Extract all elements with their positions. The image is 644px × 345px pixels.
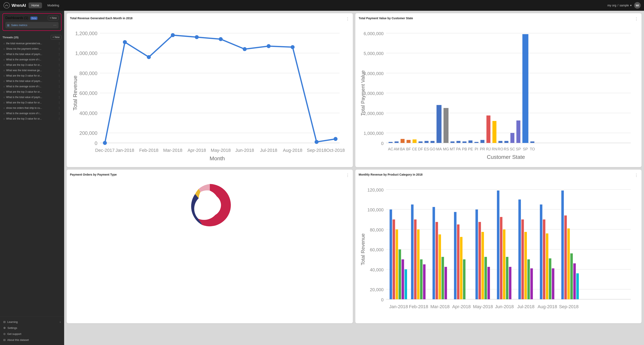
thread-item[interactable]: ○ What are the top 3 value for or... ⋮ xyxy=(2,89,62,94)
svg-text:GO: GO xyxy=(430,147,436,151)
svg-text:Jun-2018: Jun-2018 xyxy=(235,148,254,153)
svg-rect-159 xyxy=(564,215,567,299)
sales-metrics-item[interactable]: ⊞ Sales metrics ⋯ xyxy=(6,22,58,28)
thread-item[interactable]: ○ Show me the payment orders ... ⋮ xyxy=(2,46,62,51)
svg-rect-60 xyxy=(424,141,428,143)
svg-text:PI: PI xyxy=(475,147,478,151)
thread-menu-button[interactable]: ⋮ xyxy=(58,63,61,67)
chart-title-state: Total Payment Value by Customer State xyxy=(359,16,413,20)
thread-menu-button[interactable]: ⋮ xyxy=(58,117,61,120)
chart-menu-donut[interactable]: ⋮ xyxy=(346,173,350,177)
sidebar-bottom: ⊟ Learning › ⚙ Settings ⊙ Get support ⊟ … xyxy=(0,317,64,345)
nav-modeling-button[interactable]: Modeling xyxy=(44,2,62,8)
org-info: my org / sample ▾ xyxy=(607,4,632,7)
thread-item[interactable]: ○ What are the top 3 value for or... ⋮ xyxy=(2,116,62,121)
beta-badge: Beta xyxy=(30,16,38,20)
thread-item[interactable]: ○ What are the top 3 value for or... ⋮ xyxy=(2,100,62,105)
thread-item[interactable]: ○ What are the top 3 value for or... ⋮ xyxy=(2,62,62,68)
svg-text:BF: BF xyxy=(406,147,411,151)
chart-menu-revenue[interactable]: ⋮ xyxy=(346,16,350,21)
svg-point-18 xyxy=(147,55,151,59)
thread-menu-button[interactable]: ⋮ xyxy=(58,42,61,45)
svg-point-23 xyxy=(267,44,271,48)
svg-rect-128 xyxy=(423,264,426,299)
thread-item[interactable]: ○ What was the total revenue ge... ⋮ xyxy=(2,68,62,73)
svg-text:Jul-2018: Jul-2018 xyxy=(260,148,277,153)
thread-item[interactable]: ○ What is the average score of r... ⋮ xyxy=(2,84,62,89)
thread-label: What is the total value of paym... xyxy=(6,53,56,56)
svg-rect-77 xyxy=(530,141,534,143)
thread-menu-button[interactable]: ⋮ xyxy=(58,112,61,115)
thread-menu-button[interactable]: ⋮ xyxy=(58,52,61,56)
support-item[interactable]: ⊙ Get support xyxy=(2,331,62,337)
svg-rect-63 xyxy=(444,108,448,143)
thread-icon: ○ xyxy=(3,112,5,115)
chart-header-state: Total Payment Value by Customer State ⋮ xyxy=(359,16,638,21)
learning-item[interactable]: ⊟ Learning › xyxy=(2,319,62,325)
svg-rect-152 xyxy=(530,268,533,299)
thread-item[interactable]: ○ What is the total value of paym... ⋮ xyxy=(2,78,62,84)
avatar[interactable]: WI xyxy=(634,2,641,9)
thread-item[interactable]: ○ What is the total value of paym... ⋮ xyxy=(2,94,62,100)
thread-menu-button[interactable]: ⋮ xyxy=(58,106,61,110)
thread-item[interactable]: ○ What is the average score of r... ⋮ xyxy=(2,111,62,116)
svg-rect-66 xyxy=(462,141,466,143)
boleto-segment xyxy=(199,184,210,192)
settings-item[interactable]: ⚙ Settings xyxy=(2,325,62,331)
thread-item[interactable]: ○ What is the total value of paym... ⋮ xyxy=(2,51,62,57)
thread-item[interactable]: ○ What are the top 3 value for or... ⋮ xyxy=(2,73,62,78)
chart-menu-state[interactable]: ⋮ xyxy=(634,16,638,21)
svg-text:SC: SC xyxy=(510,147,515,151)
svg-rect-134 xyxy=(454,212,456,299)
svg-rect-121 xyxy=(398,249,401,299)
svg-text:SP: SP xyxy=(523,147,528,151)
svg-text:100,000: 100,000 xyxy=(367,207,384,212)
dashboard-menu-button[interactable]: ⋯ xyxy=(53,23,57,27)
thread-icon: ○ xyxy=(3,74,5,77)
svg-rect-149 xyxy=(521,219,524,299)
new-dashboard-button[interactable]: + New xyxy=(48,16,58,20)
svg-text:Customer State: Customer State xyxy=(487,154,525,160)
thread-item[interactable]: ○ show me orders that ship to cu... ⋮ xyxy=(2,105,62,111)
svg-text:May-2018: May-2018 xyxy=(211,148,231,153)
dataset-icon: ⊟ xyxy=(3,339,6,342)
svg-text:Aug-2018: Aug-2018 xyxy=(283,148,302,153)
svg-rect-160 xyxy=(567,228,570,299)
thread-menu-button[interactable]: ⋮ xyxy=(58,79,61,83)
learning-icon: ⊟ xyxy=(3,320,6,324)
thread-icon: ○ xyxy=(3,63,5,67)
svg-text:PE: PE xyxy=(468,147,473,151)
svg-point-22 xyxy=(243,47,247,51)
nav-home-button[interactable]: Home xyxy=(28,2,42,8)
thread-menu-button[interactable]: ⋮ xyxy=(58,90,61,93)
chart-menu-category[interactable]: ⋮ xyxy=(634,173,638,177)
svg-rect-157 xyxy=(552,268,554,299)
thread-item[interactable]: ○ the total revenue generated ea... ⋮ xyxy=(2,41,62,46)
thread-menu-button[interactable]: ⋮ xyxy=(58,96,61,99)
thread-menu-button[interactable]: ⋮ xyxy=(58,69,61,72)
thread-icon: ○ xyxy=(3,85,5,88)
svg-text:800,000: 800,000 xyxy=(80,70,98,76)
svg-text:Feb-2018: Feb-2018 xyxy=(139,148,158,153)
thread-menu-button[interactable]: ⋮ xyxy=(58,47,61,50)
svg-text:RJ: RJ xyxy=(486,147,491,151)
category-chart-area: 120,000 100,000 80,000 60,000 40,000 20,… xyxy=(359,180,638,320)
svg-text:2,000,000: 2,000,000 xyxy=(364,111,384,116)
svg-rect-125 xyxy=(414,219,416,299)
svg-text:60,000: 60,000 xyxy=(370,247,384,252)
thread-item[interactable]: ○ What is the average score of r... ⋮ xyxy=(2,57,62,62)
new-thread-button[interactable]: + New xyxy=(51,35,62,39)
svg-text:Apr-2018: Apr-2018 xyxy=(452,304,470,309)
svg-text:RO: RO xyxy=(498,147,503,151)
thread-menu-button[interactable]: ⋮ xyxy=(58,58,61,61)
svg-rect-62 xyxy=(436,105,442,143)
svg-text:Month: Month xyxy=(210,155,225,162)
thread-menu-button[interactable]: ⋮ xyxy=(58,101,61,104)
dataset-item[interactable]: ⊟ About this dataset xyxy=(2,337,62,343)
svg-rect-139 xyxy=(478,222,481,299)
svg-text:20,000: 20,000 xyxy=(370,287,384,292)
svg-rect-58 xyxy=(413,139,416,143)
thread-menu-button[interactable]: ⋮ xyxy=(58,85,61,88)
thread-menu-button[interactable]: ⋮ xyxy=(58,74,61,77)
svg-text:200,000: 200,000 xyxy=(80,130,98,136)
